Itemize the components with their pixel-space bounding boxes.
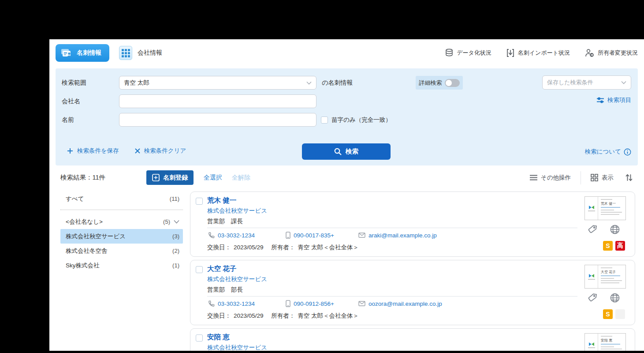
card-email-link[interactable]: oozora@mail.example.co.jp xyxy=(358,300,442,307)
tab-business-cards[interactable]: 名刺情報 xyxy=(56,44,109,62)
company-filter-label: 株式会社冬空舎 xyxy=(66,247,108,255)
card-person-name[interactable]: 安陪 恵 xyxy=(207,333,230,342)
company-filter-label: 株式会社秋空サービス xyxy=(66,233,126,240)
chevron-down-icon[interactable] xyxy=(174,220,179,224)
card-email-link[interactable]: araki@mail.example.co.jp xyxy=(358,232,437,239)
register-card-label: 名刺登録 xyxy=(163,174,188,182)
header: 名刺情報 会社情報 データ化状況 名刺インポ xyxy=(49,39,644,67)
card-dept-title: 営業部 部長 xyxy=(207,286,243,294)
data-conversion-status-link[interactable]: データ化状況 xyxy=(445,49,491,57)
advanced-search-label: 詳細検索 xyxy=(419,79,442,87)
card-person-name[interactable]: 大空 花子 xyxy=(207,264,236,274)
tag-icon[interactable] xyxy=(587,224,598,235)
phone-icon xyxy=(208,232,215,239)
advanced-search-toggle-box[interactable]: 詳細検索 xyxy=(416,76,463,90)
card-checkbox[interactable] xyxy=(196,198,203,205)
card-company-link[interactable]: 株式会社秋空サービス xyxy=(207,207,267,215)
sort-order-button[interactable] xyxy=(625,173,633,182)
sidebar-company-item[interactable]: 株式会社秋空サービス (3) xyxy=(60,229,183,244)
company-filter-label: Sky株式会社 xyxy=(66,262,100,270)
globe-icon[interactable] xyxy=(610,224,620,235)
card-divider xyxy=(207,296,577,297)
card-company-link[interactable]: 株式会社秋空サービス xyxy=(207,275,267,283)
results-toolbar: 検索結果：11件 名刺登録 全選択 全解除 その他操作 表示 xyxy=(49,165,644,190)
card-checkbox[interactable] xyxy=(196,266,203,273)
surname-only-checkbox[interactable] xyxy=(321,116,328,124)
exchange-date-label: 交換日： xyxy=(207,244,231,251)
card-import-status-link[interactable]: 名刺インポート状況 xyxy=(506,49,570,57)
thumbnail-name: 荒木 健一 xyxy=(601,201,624,206)
advanced-search-toggle[interactable] xyxy=(445,79,460,87)
owner-change-status-link[interactable]: 所有者変更状況 xyxy=(585,49,638,57)
save-conditions-label: 検索条件を保存 xyxy=(77,147,119,155)
owner-change-icon xyxy=(585,49,594,57)
thumbnail-logo xyxy=(585,197,598,220)
company-filter-label: すべて xyxy=(66,195,84,203)
thumbnail-logo xyxy=(585,334,598,351)
company-field-label: 会社名 xyxy=(62,98,119,105)
logo-icon xyxy=(588,342,595,346)
register-card-button[interactable]: 名刺登録 xyxy=(146,170,194,185)
card-thumbnail[interactable]: 荒木 健一 xyxy=(584,196,626,220)
select-all-link[interactable]: 全選択 xyxy=(204,174,222,182)
result-count: 検索結果：11件 xyxy=(60,173,105,182)
tab-company-info[interactable]: 会社情報 xyxy=(119,46,162,60)
deselect-all-link[interactable]: 全解除 xyxy=(232,174,250,182)
search-items-label: 検索項目 xyxy=(607,96,631,104)
search-scope-label: 検索範囲 xyxy=(62,79,119,87)
search-items-link[interactable]: 検索項目 xyxy=(596,96,631,104)
sidebar-company-item[interactable]: 株式会社冬空舎 (2) xyxy=(60,244,183,258)
mail-icon xyxy=(358,301,365,306)
card-checkbox[interactable] xyxy=(196,334,203,342)
owner-value: 青空 太郎＜会社全体＞ xyxy=(298,312,359,319)
content-area: すべて (11) <会社名なし> (5) 株式会社秋空サービス (3) 株式会社… xyxy=(49,190,644,351)
import-icon xyxy=(506,49,514,57)
sidebar-company-item[interactable]: Sky株式会社 (1) xyxy=(60,258,183,273)
company-search-input[interactable] xyxy=(119,94,316,108)
name-search-row: 名前 苗字のみ（完全一致） xyxy=(62,113,391,127)
sliders-icon xyxy=(596,97,604,104)
search-scope-select[interactable]: 青空 太郎 xyxy=(119,76,316,90)
company-filter-count: (5) xyxy=(163,218,170,225)
database-icon xyxy=(445,49,453,57)
card-thumbnail[interactable]: 大空 花子 xyxy=(584,265,626,289)
card-actions xyxy=(587,293,620,303)
sidebar-divider xyxy=(60,210,183,210)
card-phone-link[interactable]: 03-3032-1234 xyxy=(208,300,286,307)
toolbar-divider xyxy=(581,171,581,184)
mail-icon xyxy=(358,233,365,238)
more-actions-button[interactable]: その他操作 xyxy=(530,174,571,182)
sidebar-company-item[interactable]: すべて (11) xyxy=(60,192,183,206)
card-mobile-link[interactable]: 090-0017-835+ xyxy=(286,232,358,239)
clear-conditions-label: 検索条件クリア xyxy=(144,147,186,155)
more-actions-label: その他操作 xyxy=(541,174,571,182)
globe-icon[interactable] xyxy=(610,293,620,303)
sidebar-company-item[interactable]: <会社名なし> (5) xyxy=(60,214,183,229)
card-mobile-link[interactable]: 090-0912-856+ xyxy=(286,300,358,307)
card-email-address: oozora@mail.example.co.jp xyxy=(369,300,442,307)
tag-icon[interactable] xyxy=(587,293,598,303)
business-card-icon xyxy=(61,48,72,58)
about-search-link[interactable]: 検索について xyxy=(585,148,631,156)
saved-conditions-select[interactable]: 保存した検索条件 xyxy=(542,75,631,90)
card-person-name[interactable]: 荒木 健一 xyxy=(207,196,236,205)
thumbnail-name: 大空 花子 xyxy=(601,270,624,274)
card-divider xyxy=(207,228,577,228)
save-conditions-button[interactable]: 検索条件を保存 xyxy=(67,147,119,155)
card-badges: S xyxy=(603,309,625,319)
company-search-row: 会社名 xyxy=(62,94,316,108)
card-contacts: 03-3032-1234 090-0912-856+ oozora@mail.e… xyxy=(208,300,442,307)
company-filter-count: (11) xyxy=(170,195,179,202)
view-mode-button[interactable]: 表示 xyxy=(591,174,614,182)
company-filter-list: すべて (11) <会社名なし> (5) 株式会社秋空サービス (3) 株式会社… xyxy=(60,192,183,351)
card-actions xyxy=(587,224,620,235)
search-button[interactable]: 検索 xyxy=(302,143,391,160)
clear-conditions-button[interactable]: 検索条件クリア xyxy=(135,147,186,155)
name-search-input[interactable] xyxy=(119,113,316,127)
card-phone-link[interactable]: 03-3032-1234 xyxy=(208,232,286,239)
scope-suffix-text: の名刺情報 xyxy=(322,79,353,87)
card-thumbnail[interactable]: 安陪 恵 xyxy=(584,333,626,351)
business-card-row: 荒木 健一 株式会社秋空サービス 営業部 課長 03-3032-1234 090… xyxy=(190,192,635,257)
company-grid-icon xyxy=(119,46,132,60)
card-company-link[interactable]: 株式会社秋空サービス xyxy=(207,344,267,351)
